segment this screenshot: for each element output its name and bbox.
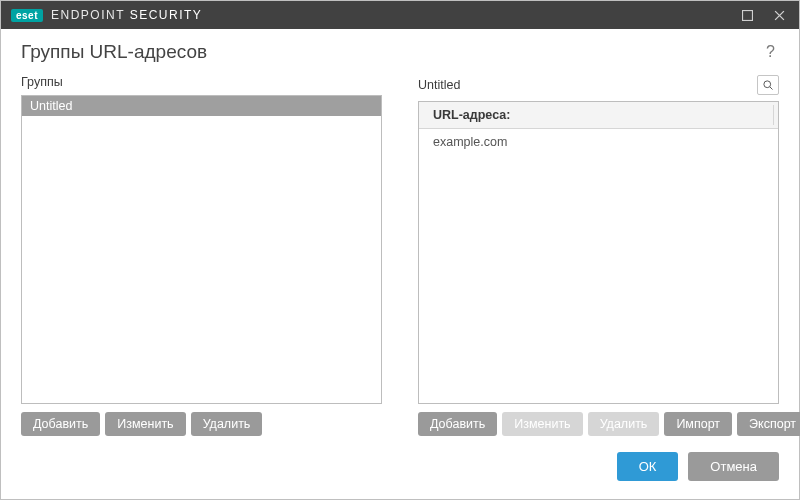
urls-pane: Untitled URL-адреса: example.com Добавит…: [418, 75, 779, 436]
urls-pane-header: Untitled: [418, 75, 779, 95]
page-title: Группы URL-адресов: [21, 41, 207, 63]
close-icon: [774, 10, 785, 21]
urls-button-row: Добавить Изменить Удалить Импорт Экспорт: [418, 412, 779, 436]
cancel-button[interactable]: Отмена: [688, 452, 779, 481]
urls-add-button[interactable]: Добавить: [418, 412, 497, 436]
urls-table[interactable]: URL-адреса: example.com: [418, 101, 779, 404]
urls-import-button[interactable]: Импорт: [664, 412, 732, 436]
dialog-footer: ОК Отмена: [1, 436, 799, 499]
groups-pane: Группы Untitled Добавить Изменить Удалит…: [21, 75, 382, 436]
brand-product-b: SECURITY: [130, 8, 203, 22]
close-button[interactable]: [765, 5, 793, 25]
maximize-button[interactable]: [733, 5, 761, 25]
urls-delete-button[interactable]: Удалить: [588, 412, 660, 436]
maximize-icon: [742, 10, 753, 21]
page-header: Группы URL-адресов ?: [1, 29, 799, 71]
groups-label: Группы: [21, 75, 382, 89]
brand-product-a: ENDPOINT: [51, 8, 125, 22]
urls-body: example.com: [419, 129, 778, 403]
groups-listbox[interactable]: Untitled: [21, 95, 382, 404]
groups-delete-button[interactable]: Удалить: [191, 412, 263, 436]
window-controls: [733, 5, 793, 25]
urls-export-button[interactable]: Экспорт: [737, 412, 800, 436]
table-row[interactable]: example.com: [419, 129, 778, 155]
groups-button-row: Добавить Изменить Удалить: [21, 412, 382, 436]
search-button[interactable]: [757, 75, 779, 95]
groups-add-button[interactable]: Добавить: [21, 412, 100, 436]
list-item[interactable]: Untitled: [22, 96, 381, 116]
app-window: eset ENDPOINT SECURITY Группы URL-адресо…: [0, 0, 800, 500]
svg-point-1: [764, 81, 771, 88]
urls-column-header[interactable]: URL-адреса:: [419, 102, 778, 129]
titlebar: eset ENDPOINT SECURITY: [1, 1, 799, 29]
urls-edit-button[interactable]: Изменить: [502, 412, 582, 436]
ok-button[interactable]: ОК: [617, 452, 679, 481]
search-icon: [762, 79, 774, 91]
brand-text: ENDPOINT SECURITY: [51, 8, 202, 22]
urls-label: Untitled: [418, 78, 460, 92]
svg-rect-0: [742, 10, 752, 20]
content-area: Группы Untitled Добавить Изменить Удалит…: [1, 71, 799, 436]
svg-line-2: [770, 87, 773, 90]
brand-badge: eset: [11, 9, 43, 22]
help-button[interactable]: ?: [762, 41, 779, 63]
groups-edit-button[interactable]: Изменить: [105, 412, 185, 436]
